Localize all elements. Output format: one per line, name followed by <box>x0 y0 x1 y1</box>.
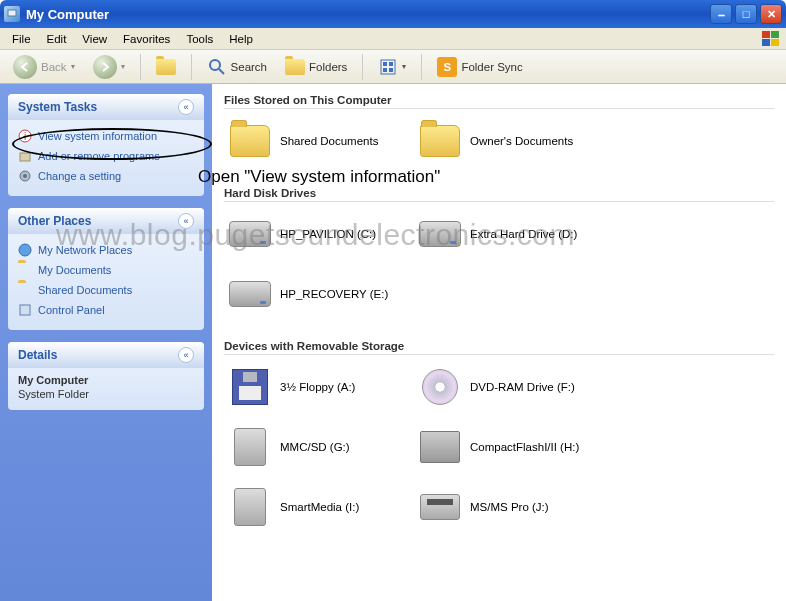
panel-details: Details « My Computer System Folder <box>8 342 204 410</box>
item-label: DVD-RAM Drive (F:) <box>470 381 575 393</box>
item-label: MS/MS Pro (J:) <box>470 501 549 513</box>
svg-rect-2 <box>771 31 779 38</box>
views-icon <box>378 57 398 77</box>
collapse-icon[interactable]: « <box>178 213 194 229</box>
hdd-icon <box>418 214 462 254</box>
panel-head-details[interactable]: Details « <box>8 342 204 368</box>
toolbar-separator <box>191 54 192 80</box>
link-my-network-places[interactable]: My Network Places <box>18 240 194 260</box>
svg-point-5 <box>210 60 220 70</box>
task-label: Add or remove programs <box>38 150 160 162</box>
panel-title: Other Places <box>18 214 91 228</box>
views-button[interactable]: ▾ <box>371 54 413 80</box>
task-add-remove-programs[interactable]: Add or remove programs <box>18 146 194 166</box>
drive-item[interactable]: 3½ Floppy (A:) <box>224 361 414 421</box>
svg-line-6 <box>219 69 224 74</box>
details-type: System Folder <box>18 388 89 400</box>
drive-item[interactable]: Owner's Documents <box>414 115 604 175</box>
network-icon <box>18 243 32 257</box>
menu-tools[interactable]: Tools <box>178 31 221 47</box>
search-icon <box>207 57 227 77</box>
drive-item[interactable]: HP_RECOVERY (E:) <box>224 268 414 328</box>
info-icon: i <box>18 129 32 143</box>
panel-head-system-tasks[interactable]: System Tasks « <box>8 94 204 120</box>
drive-item[interactable]: SmartMedia (I:) <box>224 481 414 541</box>
up-button[interactable] <box>149 54 183 80</box>
search-button[interactable]: Search <box>200 54 274 80</box>
toolbar-separator <box>362 54 363 80</box>
box-icon <box>18 149 32 163</box>
chevron-down-icon: ▾ <box>121 62 125 71</box>
back-arrow-icon <box>13 55 37 79</box>
menu-file[interactable]: File <box>4 31 39 47</box>
maximize-button[interactable]: □ <box>735 4 757 24</box>
minimize-button[interactable]: ‒ <box>710 4 732 24</box>
menu-edit[interactable]: Edit <box>39 31 75 47</box>
drive-item[interactable]: MS/MS Pro (J:) <box>414 481 604 541</box>
svg-point-17 <box>19 244 31 256</box>
hdd-icon <box>228 214 272 254</box>
folder-up-icon <box>156 57 176 77</box>
forward-button[interactable]: ▾ <box>86 52 132 82</box>
chevron-down-icon: ▾ <box>71 62 75 71</box>
item-label: SmartMedia (I:) <box>280 501 359 513</box>
svg-rect-9 <box>389 62 393 66</box>
link-shared-documents[interactable]: Shared Documents <box>18 280 194 300</box>
menu-help[interactable]: Help <box>221 31 261 47</box>
drive-item[interactable]: DVD-RAM Drive (F:) <box>414 361 604 421</box>
item-label: Owner's Documents <box>470 135 573 147</box>
link-label: My Documents <box>38 264 111 276</box>
drive-item[interactable]: HP_PAVILION (C:) <box>224 208 414 268</box>
folder-icon <box>18 263 32 277</box>
svg-rect-14 <box>20 153 30 161</box>
folder-sync-label: Folder Sync <box>461 61 522 73</box>
task-label: Change a setting <box>38 170 121 182</box>
dvd-icon <box>418 367 462 407</box>
svg-rect-18 <box>20 305 30 315</box>
folders-icon <box>285 57 305 77</box>
window-title: My Computer <box>26 7 710 22</box>
task-label: View system information <box>38 130 157 142</box>
annotation-instruction: Open "View system information" <box>198 167 440 187</box>
folder-sync-button[interactable]: S Folder Sync <box>430 54 529 80</box>
group-header: Devices with Removable Storage <box>224 336 774 355</box>
panel-head-other-places[interactable]: Other Places « <box>8 208 204 234</box>
close-button[interactable]: ✕ <box>760 4 782 24</box>
item-label: HP_RECOVERY (E:) <box>280 288 388 300</box>
folders-button[interactable]: Folders <box>278 54 354 80</box>
svg-rect-3 <box>762 39 770 46</box>
panel-system-tasks: System Tasks « i View system information… <box>8 94 204 196</box>
drive-item[interactable]: Extra Hard Drive (D:) <box>414 208 604 268</box>
toolbar: Back ▾ ▾ Search Folders ▾ S Folder Sync <box>0 50 786 84</box>
folder-icon <box>228 121 272 161</box>
task-view-system-information[interactable]: i View system information <box>18 126 194 146</box>
folder-icon <box>418 121 462 161</box>
chevron-down-icon: ▾ <box>402 62 406 71</box>
panel-title: Details <box>18 348 57 362</box>
drive-item[interactable]: CompactFlashI/II (H:) <box>414 421 604 481</box>
svg-rect-4 <box>771 39 779 46</box>
drive-item[interactable]: MMC/SD (G:) <box>224 421 414 481</box>
task-change-setting[interactable]: Change a setting <box>18 166 194 186</box>
svg-rect-11 <box>389 68 393 72</box>
panel-other-places: Other Places « My Network Places My Docu… <box>8 208 204 330</box>
menu-view[interactable]: View <box>74 31 115 47</box>
forward-arrow-icon <box>93 55 117 79</box>
group-header: Files Stored on This Computer <box>224 90 774 109</box>
collapse-icon[interactable]: « <box>178 99 194 115</box>
windows-flag-icon <box>762 31 782 47</box>
cf-icon <box>418 427 462 467</box>
floppy-icon <box>228 367 272 407</box>
menu-favorites[interactable]: Favorites <box>115 31 178 47</box>
link-my-documents[interactable]: My Documents <box>18 260 194 280</box>
ms-icon <box>418 487 462 527</box>
link-label: Shared Documents <box>38 284 132 296</box>
back-button[interactable]: Back ▾ <box>6 52 82 82</box>
link-label: Control Panel <box>38 304 105 316</box>
collapse-icon[interactable]: « <box>178 347 194 363</box>
folders-label: Folders <box>309 61 347 73</box>
drive-item[interactable]: Shared Documents <box>224 115 414 175</box>
control-panel-icon <box>18 303 32 317</box>
link-label: My Network Places <box>38 244 132 256</box>
link-control-panel[interactable]: Control Panel <box>18 300 194 320</box>
